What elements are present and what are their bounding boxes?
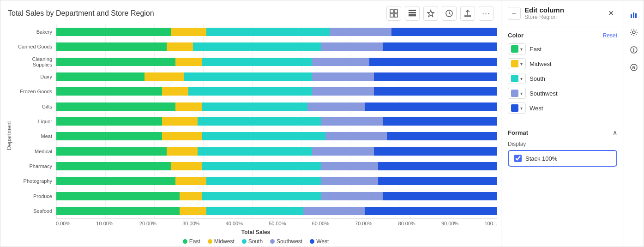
y-label: Meat [14,129,52,144]
svg-rect-7 [409,17,416,17]
bars-grid [56,24,497,218]
bar-segment-south [206,207,303,215]
svg-rect-6 [409,14,416,16]
color-row: ▾South [508,73,617,84]
color-section-header: Color Reset [508,32,617,39]
bar-segment-east [56,58,175,66]
bar-segment-east [56,42,167,51]
color-label: South [530,75,545,82]
r-icon-button[interactable]: R [627,60,641,74]
legend-item: Midwest [208,238,235,245]
bar-segment-east [56,192,180,200]
svg-rect-1 [394,10,397,13]
color-swatch-button[interactable]: ▾ [508,88,526,99]
display-label: Display [508,141,617,147]
share-button[interactable] [460,6,475,21]
bar-segment-west [383,117,497,126]
bar-segment-west [378,177,497,185]
bar-segment-east [56,117,162,126]
svg-text:R: R [632,66,636,70]
bar-segment-east [56,28,171,36]
bar-segment-midwest [175,102,202,111]
color-swatch [511,45,518,53]
table-view-button[interactable] [386,6,401,21]
bar-segment-southwest [312,147,374,156]
legend-label: Midwest [214,238,235,245]
color-rows: ▾East▾Midwest▾South▾Southwest▾West [508,43,617,114]
bar-row [56,204,497,218]
bar-segment-west [383,192,497,200]
right-panel: ← Edit column Store Region ✕ Color Reset… [501,0,644,247]
stack-100-checkbox[interactable] [514,155,522,162]
color-swatch-button[interactable]: ▾ [508,102,526,114]
bar-segment-midwest [167,147,198,156]
grid-view-button[interactable] [405,6,420,21]
legend-label: South [248,238,263,245]
bar-segment-east [56,147,167,156]
color-label: Midwest [530,60,552,67]
bar-segment-east [56,207,180,215]
bar-segment-southwest [307,102,365,111]
bar-row [56,69,497,84]
x-label: 100... [484,221,497,226]
bar-segment-east [56,87,162,96]
x-axis-label: Total Sales [14,229,497,235]
format-header[interactable]: Format ∧ [508,129,617,136]
legend-label: West [316,238,329,245]
legend-dot [208,239,212,244]
color-swatch-button[interactable]: ▾ [508,73,526,84]
bar-row [56,129,497,144]
bar-segment-west [383,42,497,51]
chart-icon-button[interactable] [627,8,641,22]
legend-item: South [242,238,263,245]
bar-segment-south [206,177,321,185]
y-label: Dairy [14,69,52,84]
color-swatch [511,75,518,82]
settings-icon-button[interactable] [627,25,641,39]
format-section: Format ∧ Display Stack 100% [501,123,624,172]
y-axis-label: Department [4,24,14,247]
color-label: Southwest [530,90,558,97]
color-swatch-button[interactable]: ▾ [508,43,526,54]
chart-header: Total Sales by Department and Store Regi… [0,0,501,24]
x-label: 0.00% [56,221,70,226]
panel-back-button[interactable]: ← [508,7,521,20]
color-swatch [511,90,518,97]
bar-segment-west [374,147,497,156]
bar-row [56,54,497,69]
bar-segment-west [378,162,497,170]
bar-segment-midwest [144,72,184,81]
legend-label: East [189,238,200,245]
y-label: Frozen Goods [14,84,52,99]
bar-segment-south [198,117,321,126]
y-label: Medical [14,144,52,159]
pin-button[interactable] [423,6,438,21]
svg-rect-11 [635,13,637,18]
x-label: 90.00% [441,221,458,226]
bar-row [56,114,497,129]
color-swatch [511,104,518,112]
more-button[interactable]: ··· [479,6,494,21]
bar-segment-southwest [325,132,387,140]
svg-rect-3 [394,14,397,17]
bar-segment-east [56,102,175,111]
y-label: Bakery [14,24,52,39]
y-label: Photography [14,174,52,188]
y-label: Gifts [14,99,52,114]
reset-button[interactable]: Reset [603,32,617,39]
bar-row [56,174,497,188]
bar-row [56,188,497,203]
panel-subtitle: Store Region [524,14,601,20]
x-label: 80.00% [398,221,415,226]
bar-segment-midwest [167,42,193,51]
color-swatch-button[interactable]: ▾ [508,58,526,69]
bar-segment-south [202,192,321,200]
insights-button[interactable] [442,6,457,21]
legend-dot [310,239,314,244]
stack-100-option[interactable]: Stack 100% [508,150,617,167]
x-axis: 0.00%10.00%20.00%30.00%40.00%50.00%60.00… [14,218,497,226]
x-labels: 0.00%10.00%20.00%30.00%40.00%50.00%60.00… [56,218,497,226]
panel-close-button[interactable]: ✕ [604,7,617,20]
info-icon-button[interactable] [627,43,641,57]
color-label: West [530,105,543,112]
